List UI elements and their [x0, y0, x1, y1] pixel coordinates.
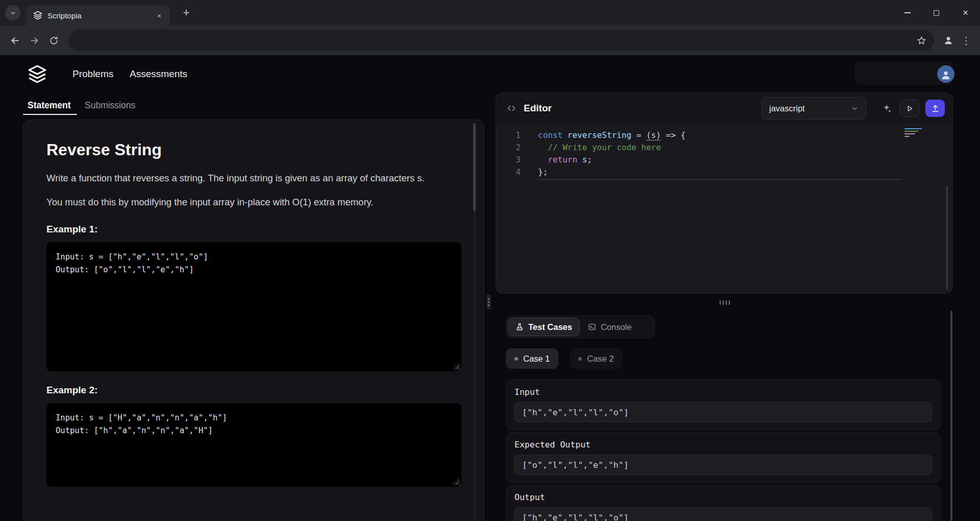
- example-2-label: Example 2:: [46, 385, 460, 396]
- expected-output-label: Expected Output: [514, 440, 932, 449]
- minimize-button[interactable]: [893, 0, 922, 26]
- case-1-chip[interactable]: Case 1: [506, 348, 558, 369]
- window-controls: ×: [893, 0, 980, 26]
- tab-title: Scriptopia: [47, 11, 154, 20]
- person-icon: [943, 35, 953, 45]
- bookmark-star-icon[interactable]: [913, 32, 930, 49]
- example-1-output: Output: ["o","l","l","e","h"]: [56, 265, 194, 274]
- person-icon: [940, 69, 951, 81]
- input-value[interactable]: ["h","e","l","l","o"]: [514, 402, 932, 422]
- case-chips: Case 1 Case 2: [506, 348, 941, 369]
- language-select[interactable]: javascript: [762, 97, 866, 120]
- editor-header: Editor javascript: [496, 93, 952, 124]
- code-line[interactable]: 2 // Write your code here: [496, 141, 952, 154]
- case-1-label: Case 1: [523, 354, 550, 364]
- play-icon: [906, 105, 914, 112]
- problem-description: Write a function that reverses a string.…: [46, 170, 460, 186]
- tab-test-cases-label: Test Cases: [528, 322, 572, 332]
- editor-scrollbar-thumb[interactable]: [946, 185, 948, 290]
- tab-submissions[interactable]: Submissions: [85, 100, 135, 111]
- nav-item-problems[interactable]: Problems: [72, 68, 113, 80]
- tab-close-icon[interactable]: ×: [154, 10, 165, 21]
- example-1-label: Example 1:: [46, 224, 460, 235]
- browser-tab-strip: Scriptopia × + ×: [0, 0, 980, 26]
- editor-title: Editor: [524, 103, 552, 114]
- dot-icon: [578, 357, 582, 361]
- example-1-input: Input: s = ["h","e","l","l","o"]: [56, 252, 208, 262]
- panel-scrollbar-thumb[interactable]: [950, 311, 952, 521]
- back-arrow-icon: [10, 35, 20, 46]
- language-value: javascript: [769, 104, 805, 113]
- nav-item-assessments[interactable]: Assessments: [130, 68, 187, 80]
- horizontal-splitter-handle[interactable]: [715, 300, 735, 305]
- new-tab-button[interactable]: +: [180, 6, 193, 19]
- line-number: 3: [496, 154, 521, 166]
- tab-search-button[interactable]: [5, 5, 20, 20]
- code-line[interactable]: 1const reverseString = (s) => {: [496, 129, 952, 141]
- active-tab-underline: [23, 114, 77, 115]
- problem-title: Reverse String: [46, 140, 460, 159]
- case-2-label: Case 2: [587, 354, 614, 364]
- ai-sparkles-button[interactable]: [878, 100, 895, 117]
- code-editor[interactable]: 1const reverseString = (s) => {2 // Writ…: [496, 124, 952, 293]
- tab-statement[interactable]: Statement: [28, 100, 71, 111]
- code-brackets-icon: [506, 103, 517, 113]
- input-section: Input ["h","e","l","l","o"]: [506, 380, 941, 430]
- chevron-down-icon: [10, 10, 16, 16]
- window-close-button[interactable]: ×: [951, 0, 980, 26]
- case-2-chip[interactable]: Case 2: [570, 348, 622, 369]
- output-value[interactable]: ["h","e","l","l","o"]: [514, 507, 932, 521]
- back-button[interactable]: [5, 31, 24, 50]
- code-line[interactable]: 4};: [496, 166, 952, 178]
- upload-icon: [931, 104, 940, 113]
- minimap[interactable]: [904, 128, 924, 138]
- address-input[interactable]: [79, 36, 913, 45]
- example-2-code-block[interactable]: Input: s = ["H","a","n","n","a","h"] Out…: [46, 403, 461, 487]
- output-label: Output: [514, 492, 932, 502]
- resize-grip-icon[interactable]: [453, 363, 459, 369]
- test-panel-tabs: Test Cases Console: [506, 316, 655, 338]
- code-lines[interactable]: 1const reverseString = (s) => {2 // Writ…: [496, 129, 952, 178]
- code-line[interactable]: 3 return s;: [496, 154, 952, 166]
- browser-profile-button[interactable]: [939, 31, 958, 50]
- scriptopia-app: Problems Assessments Statement Submissio…: [0, 55, 980, 521]
- line-number: 1: [496, 129, 521, 141]
- minimize-icon: [904, 12, 911, 13]
- current-line-indicator: [538, 179, 901, 180]
- expected-output-value[interactable]: ["o","l","l","e","h"]: [514, 455, 932, 475]
- line-number: 4: [496, 166, 521, 178]
- browser-tab[interactable]: Scriptopia ×: [26, 5, 170, 26]
- address-bar[interactable]: [68, 30, 934, 51]
- reload-button[interactable]: [44, 31, 63, 50]
- example-1-code-block[interactable]: Input: s = ["h","e","l","l","o"] Output:…: [46, 242, 461, 371]
- scriptopia-logo[interactable]: [28, 64, 47, 84]
- vertical-splitter-handle[interactable]: [486, 294, 491, 310]
- dot-icon: [514, 357, 518, 361]
- tab-console-label: Console: [601, 322, 632, 332]
- browser-toolbar: ⋮: [0, 26, 980, 55]
- line-number: 2: [496, 141, 521, 154]
- maximize-icon: [934, 10, 939, 16]
- submit-code-button[interactable]: [925, 100, 945, 117]
- user-avatar[interactable]: [937, 65, 954, 83]
- favicon-scriptopia-icon: [33, 11, 42, 20]
- resize-grip-icon[interactable]: [453, 478, 459, 485]
- browser-menu-button[interactable]: ⋮: [958, 31, 975, 50]
- problem-constraint: You must do this by modifying the input …: [46, 194, 460, 210]
- problem-statement-panel: Reverse String Write a function that rev…: [22, 120, 484, 521]
- tab-test-cases[interactable]: Test Cases: [508, 318, 580, 336]
- sparkles-icon: [881, 103, 892, 113]
- run-code-button[interactable]: [900, 100, 919, 117]
- reload-icon: [49, 36, 59, 45]
- example-2-output: Output: ["h","a","n","n","a","H"]: [56, 426, 213, 435]
- flask-icon: [516, 323, 524, 331]
- terminal-icon: [588, 323, 596, 331]
- maximize-button[interactable]: [922, 0, 951, 26]
- statement-scrollbar-thumb[interactable]: [473, 123, 476, 211]
- input-label: Input: [514, 387, 932, 397]
- forward-button[interactable]: [24, 31, 44, 50]
- tab-console[interactable]: Console: [581, 318, 639, 336]
- editor-panel: Editor javascript 1const reverseString =…: [496, 92, 953, 294]
- forward-arrow-icon: [29, 35, 40, 46]
- chevron-down-icon: [851, 105, 859, 112]
